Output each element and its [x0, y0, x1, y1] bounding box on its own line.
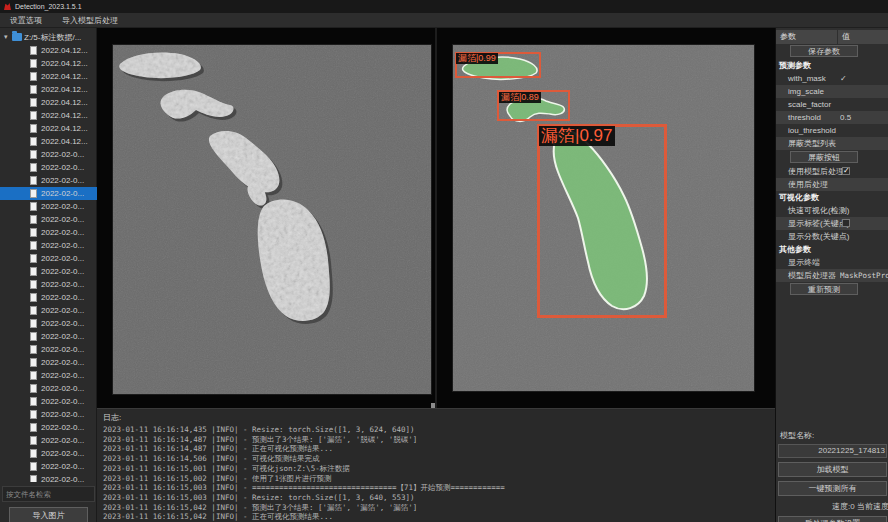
tree-root-folder[interactable]: ▾ Z:/5-标注数据/...: [0, 30, 97, 44]
tree-file-item[interactable]: 2022.04.12...: [0, 83, 97, 96]
log-panel[interactable]: 日志: 2023-01-11 16:16:14,435 |INFO| - Res…: [97, 408, 775, 522]
file-icon: [30, 59, 37, 68]
tree-file-item[interactable]: 2022-02-0...: [0, 395, 97, 408]
param-label: 重新预测: [790, 283, 858, 295]
predict-all-button[interactable]: 一键预测所有: [778, 481, 887, 496]
caret-down-icon[interactable]: ▾: [4, 33, 10, 41]
file-icon: [30, 215, 37, 224]
tree-file-item[interactable]: 2022.04.12...: [0, 122, 97, 135]
param-row[interactable]: 快速可视化(检测): [776, 204, 888, 217]
load-model-button[interactable]: 加载模型: [778, 462, 887, 477]
tree-file-label: 2022-02-0...: [41, 449, 84, 458]
param-row[interactable]: 其他参数: [776, 243, 888, 256]
param-checkbox[interactable]: [842, 219, 850, 227]
tree-file-item[interactable]: 2022-02-0...: [0, 369, 97, 382]
tree-file-item[interactable]: 2022.04.12...: [0, 135, 97, 148]
tree-file-item[interactable]: 2022.04.12...: [0, 44, 97, 57]
param-checkbox[interactable]: [842, 167, 850, 175]
tree-file-label: 2022-02-0...: [41, 358, 84, 367]
tree-file-item[interactable]: 2022-02-0...: [0, 447, 97, 460]
file-icon: [30, 306, 37, 315]
param-row[interactable]: 重新预测: [776, 282, 888, 297]
param-label: 保存参数: [790, 45, 858, 57]
detection-label: 漏箔|0.99: [456, 53, 498, 64]
param-label: 快速可视化(检测): [788, 204, 849, 217]
prediction-image-panel[interactable]: 漏箔|0.99 漏箔|0.89 漏箔|0.97: [452, 44, 755, 392]
file-icon: [30, 384, 37, 393]
tree-file-item[interactable]: 2022-02-0...: [0, 317, 97, 330]
tree-file-label: 2022-02-0...: [41, 462, 84, 471]
tree-file-item[interactable]: 2022-02-0...: [0, 200, 97, 213]
tree-file-item[interactable]: 2022.04.12...: [0, 57, 97, 70]
param-row[interactable]: 保存参数: [776, 44, 888, 59]
menu-item[interactable]: 设置选项: [0, 13, 52, 28]
tree-file-item[interactable]: 2022-02-0...: [0, 161, 97, 174]
postprocess-settings-button[interactable]: 后处理参数设置: [778, 516, 887, 522]
param-row[interactable]: img_scale: [776, 85, 888, 98]
param-label: 使用后处理: [788, 178, 828, 191]
tree-file-item[interactable]: 2022-02-0...: [0, 460, 97, 473]
tree-file-label: 2022-02-0...: [41, 319, 84, 328]
tree-file-item[interactable]: 2022-02-0...: [0, 226, 97, 239]
tree-file-label: 2022-02-0...: [41, 215, 84, 224]
tree-file-label: 2022-02-0...: [41, 306, 84, 315]
tree-file-label: 2022-02-0...: [41, 410, 84, 419]
tree-file-item[interactable]: 2022-02-0...: [0, 278, 97, 291]
viewer-area: 漏箔|0.99 漏箔|0.89 漏箔|0.97 日志: 2023-01-11 1…: [97, 28, 775, 522]
search-input[interactable]: [2, 486, 95, 502]
param-row[interactable]: 使用后处理: [776, 178, 888, 191]
app-window: Detection_2023.1.5.1 设置选项导入模型后处理 ▾ Z:/5-…: [0, 0, 888, 522]
tree-file-item[interactable]: 2022-02-0...: [0, 408, 97, 421]
param-row[interactable]: 使用模型后处理: [776, 165, 888, 178]
tree-file-item[interactable]: 2022.04.12...: [0, 70, 97, 83]
tree-file-label: 2022.04.12...: [41, 98, 88, 107]
tree-file-item[interactable]: 2022-02-0...: [0, 174, 97, 187]
log-line: 2023-01-11 16:16:14,487 |INFO| - 预测出了3个结…: [97, 435, 775, 445]
param-row[interactable]: 可视化参数: [776, 191, 888, 204]
param-row[interactable]: 屏蔽按钮: [776, 150, 888, 165]
tree-file-item[interactable]: 2022-02-0...: [0, 291, 97, 304]
param-label: 使用模型后处理: [788, 165, 844, 178]
tree-file-item[interactable]: 2022-02-0...: [0, 330, 97, 343]
model-name-field[interactable]: 20221225_174813: [778, 444, 887, 458]
tree-file-item[interactable]: 2022-02-0...: [0, 382, 97, 395]
tree-file-label: 2022-02-0...: [41, 371, 84, 380]
tree-file-item[interactable]: 2022-02-0...: [0, 304, 97, 317]
import-images-button[interactable]: 导入图片: [9, 507, 88, 522]
tree-file-item[interactable]: 2022-02-0...: [0, 473, 97, 482]
tree-file-item[interactable]: 2022.04.12...: [0, 109, 97, 122]
tree-file-item[interactable]: 2022-02-0...: [0, 213, 97, 226]
original-image-panel[interactable]: [112, 44, 432, 395]
model-name-label: 模型名称:: [776, 426, 888, 443]
tree-file-item[interactable]: 2022-02-0...: [0, 434, 97, 447]
tree-file-item[interactable]: 2022-02-0...: [0, 148, 97, 161]
param-row[interactable]: scale_factor: [776, 98, 888, 111]
param-row[interactable]: 模型后处理器 MaskPostPro: [776, 269, 888, 282]
folder-icon: [12, 33, 22, 41]
file-icon: [30, 371, 37, 380]
param-row[interactable]: 屏蔽类型列表: [776, 137, 888, 150]
tree-file-item[interactable]: 2022-02-0...: [0, 356, 97, 369]
tree-file-item[interactable]: 2022-02-0...: [0, 265, 97, 278]
param-label: 显示标签(关键点): [788, 217, 849, 230]
tree-file-item[interactable]: 2022-02-0...: [0, 187, 97, 200]
tree-file-item[interactable]: 2022-02-0...: [0, 421, 97, 434]
tree-file-label: 2022-02-0...: [41, 423, 84, 432]
file-icon: [30, 72, 37, 81]
tree-file-item[interactable]: 2022-02-0...: [0, 343, 97, 356]
param-row[interactable]: with_mask ✓: [776, 72, 888, 85]
tree-file-item[interactable]: 2022-02-0...: [0, 252, 97, 265]
param-row[interactable]: 显示分数(关键点): [776, 230, 888, 243]
log-title: 日志:: [97, 409, 775, 425]
tree-file-item[interactable]: 2022.04.12...: [0, 96, 97, 109]
detection-label: 漏箔|0.97: [539, 126, 615, 146]
param-row[interactable]: 预测参数: [776, 59, 888, 72]
tree-file-item[interactable]: 2022-02-0...: [0, 239, 97, 252]
menu-item[interactable]: 导入模型后处理: [52, 13, 128, 28]
file-tree[interactable]: ▾ Z:/5-标注数据/... 2022.04.12... 2022.04.12…: [0, 30, 97, 482]
param-row[interactable]: iou_threshold: [776, 124, 888, 137]
param-row[interactable]: threshold 0.5: [776, 111, 888, 124]
speed-status: 速度:0 当前速度: [776, 501, 888, 512]
param-row[interactable]: 显示终端: [776, 256, 888, 269]
param-row[interactable]: 显示标签(关键点): [776, 217, 888, 230]
